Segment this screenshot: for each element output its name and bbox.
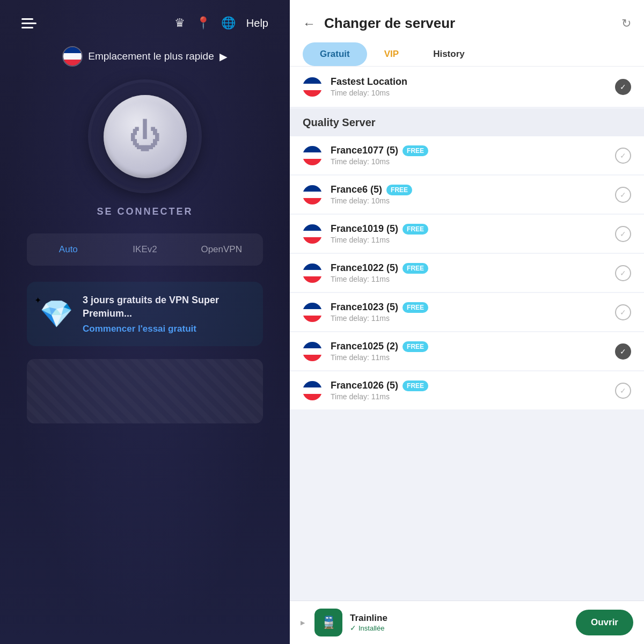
delay-france1023: Time delay: 11ms bbox=[331, 314, 606, 323]
checkmark-icon: ✓ bbox=[350, 624, 356, 632]
power-outer-ring: ⏻ bbox=[91, 83, 199, 190]
info-france1077: France1077 (5) FREE Time delay: 10ms bbox=[331, 145, 606, 166]
info-france1026: France1026 (5) FREE Time delay: 11ms bbox=[331, 380, 606, 401]
power-button[interactable]: ⏻ bbox=[104, 95, 187, 178]
badge-france1019: FREE bbox=[402, 224, 428, 235]
flag-france1025 bbox=[303, 342, 322, 361]
badge-france6: FREE bbox=[386, 185, 412, 195]
right-panel: ← Changer de serveur ↻ Gratuit VIP Histo… bbox=[290, 0, 644, 644]
location-text: Emplacement le plus rapide bbox=[88, 50, 214, 62]
tab-auto[interactable]: Auto bbox=[31, 238, 106, 261]
left-panel: ♛ 📍 🌐 Help Emplacement le plus rapide ▶ … bbox=[0, 0, 290, 644]
delay-france1077: Time delay: 10ms bbox=[331, 157, 606, 166]
trainline-logo: 🚆 bbox=[314, 609, 342, 636]
header-row: ← Changer de serveur ↻ bbox=[303, 15, 631, 32]
fastest-flag bbox=[303, 77, 322, 97]
open-button[interactable]: Ouvrir bbox=[576, 610, 633, 635]
location-pin-icon[interactable]: 📍 bbox=[196, 16, 210, 30]
train-icon: 🚆 bbox=[321, 616, 336, 630]
power-button-container: ⏻ bbox=[91, 83, 199, 190]
ad-info: Trainline ✓ Installée bbox=[350, 613, 568, 632]
delay-france1025: Time delay: 11ms bbox=[331, 353, 606, 362]
flag-france6 bbox=[303, 185, 322, 204]
info-france1019: France1019 (5) FREE Time delay: 11ms bbox=[331, 223, 606, 244]
globe-icon[interactable]: 🌐 bbox=[221, 16, 236, 30]
fastest-name: Fastest Location bbox=[331, 76, 606, 87]
promo-link[interactable]: Commencer l'essai gratuit bbox=[83, 324, 250, 334]
ad-sub: ✓ Installée bbox=[350, 624, 568, 632]
server-list: Fastest Location Time delay: 10ms ✓ Qual… bbox=[290, 67, 644, 601]
promo-banner: ✦ 💎 3 jours gratuits de VPN Super Premiu… bbox=[27, 282, 263, 346]
flag-france1023 bbox=[303, 303, 322, 322]
info-france1022: France1022 (5) FREE Time delay: 11ms bbox=[331, 262, 606, 283]
server-item-france1077[interactable]: France1077 (5) FREE Time delay: 10ms ✓ bbox=[290, 136, 644, 174]
name-france1025: France1025 (2) bbox=[331, 341, 398, 352]
flag-france1026 bbox=[303, 381, 322, 400]
arrow-icon: ▶ bbox=[219, 50, 228, 63]
fastest-delay: Time delay: 10ms bbox=[331, 89, 606, 97]
flag-france1022 bbox=[303, 264, 322, 283]
check-france1019: ✓ bbox=[615, 226, 631, 242]
diamond-icon: ✦ 💎 bbox=[40, 298, 73, 330]
ads-label: ▶ bbox=[301, 619, 305, 626]
refresh-button[interactable]: ↻ bbox=[621, 17, 631, 31]
menu-icon[interactable] bbox=[21, 18, 36, 28]
sparkle-icon: ✦ bbox=[34, 295, 41, 305]
help-button[interactable]: Help bbox=[246, 17, 268, 30]
info-france6: France6 (5) FREE Time delay: 10ms bbox=[331, 184, 606, 205]
server-item-france1026[interactable]: France1026 (5) FREE Time delay: 11ms ✓ bbox=[290, 371, 644, 409]
tab-ikev2[interactable]: IKEv2 bbox=[108, 238, 182, 261]
name-france1019: France1019 (5) bbox=[331, 223, 398, 235]
connect-label: SE CONNECTER bbox=[97, 206, 193, 217]
crown-icon[interactable]: ♛ bbox=[174, 16, 185, 30]
check-france1026: ✓ bbox=[615, 383, 631, 399]
delay-france1026: Time delay: 11ms bbox=[331, 392, 606, 401]
panel-title: Changer de serveur bbox=[324, 15, 621, 32]
fastest-info: Fastest Location Time delay: 10ms bbox=[331, 76, 606, 97]
flag-france1019 bbox=[303, 224, 322, 244]
ad-name: Trainline bbox=[350, 613, 568, 624]
bottom-ad: ▶ 🚆 Trainline ✓ Installée Ouvrir bbox=[290, 601, 644, 644]
name-france1077: France1077 (5) bbox=[331, 145, 398, 156]
check-france6: ✓ bbox=[615, 187, 631, 203]
ad-installed-text: Installée bbox=[358, 624, 384, 632]
server-item-france1022[interactable]: France1022 (5) FREE Time delay: 11ms ✓ bbox=[290, 254, 644, 292]
check-france1077: ✓ bbox=[615, 148, 631, 164]
check-france1025: ✓ bbox=[615, 343, 631, 360]
protocol-tabs: Auto IKEv2 OpenVPN bbox=[27, 233, 263, 266]
name-france6: France6 (5) bbox=[331, 184, 382, 195]
badge-france1077: FREE bbox=[402, 145, 428, 156]
check-france1022: ✓ bbox=[615, 265, 631, 281]
server-item-france6[interactable]: France6 (5) FREE Time delay: 10ms ✓ bbox=[290, 175, 644, 214]
badge-france1025: FREE bbox=[402, 341, 428, 352]
location-bar[interactable]: Emplacement le plus rapide ▶ bbox=[62, 46, 227, 67]
ad-placeholder bbox=[27, 359, 263, 423]
delay-france1022: Time delay: 11ms bbox=[331, 275, 606, 283]
tab-openvpn[interactable]: OpenVPN bbox=[184, 238, 259, 261]
promo-text-block: 3 jours gratuits de VPN Super Premium...… bbox=[83, 294, 250, 334]
delay-france6: Time delay: 10ms bbox=[331, 196, 606, 205]
tab-row: Gratuit VIP History bbox=[303, 42, 631, 66]
name-france1023: France1023 (5) bbox=[331, 302, 398, 313]
ad-banner-left bbox=[27, 359, 263, 423]
france-flag bbox=[62, 46, 83, 67]
server-item-france1019[interactable]: France1019 (5) FREE Time delay: 11ms ✓ bbox=[290, 215, 644, 253]
server-item-france1025[interactable]: France1025 (2) FREE Time delay: 11ms ✓ bbox=[290, 332, 644, 370]
name-france1026: France1026 (5) bbox=[331, 380, 398, 391]
back-button[interactable]: ← bbox=[303, 16, 316, 31]
tab-vip[interactable]: VIP bbox=[367, 42, 416, 66]
right-header: ← Changer de serveur ↻ Gratuit VIP Histo… bbox=[290, 0, 644, 67]
nav-icons: ♛ 📍 🌐 Help bbox=[174, 16, 268, 30]
info-france1023: France1023 (5) FREE Time delay: 11ms bbox=[331, 302, 606, 323]
delay-france1019: Time delay: 11ms bbox=[331, 236, 606, 244]
fastest-check-icon: ✓ bbox=[615, 79, 631, 95]
name-france1022: France1022 (5) bbox=[331, 262, 398, 274]
quality-server-header: Quality Server bbox=[290, 109, 644, 136]
top-nav: ♛ 📍 🌐 Help bbox=[0, 0, 290, 41]
tab-history[interactable]: History bbox=[416, 42, 482, 66]
flag-france1077 bbox=[303, 146, 322, 165]
badge-france1023: FREE bbox=[402, 302, 428, 313]
server-item-france1023[interactable]: France1023 (5) FREE Time delay: 11ms ✓ bbox=[290, 293, 644, 331]
fastest-location-item[interactable]: Fastest Location Time delay: 10ms ✓ bbox=[290, 67, 644, 107]
tab-gratuit[interactable]: Gratuit bbox=[303, 42, 367, 66]
